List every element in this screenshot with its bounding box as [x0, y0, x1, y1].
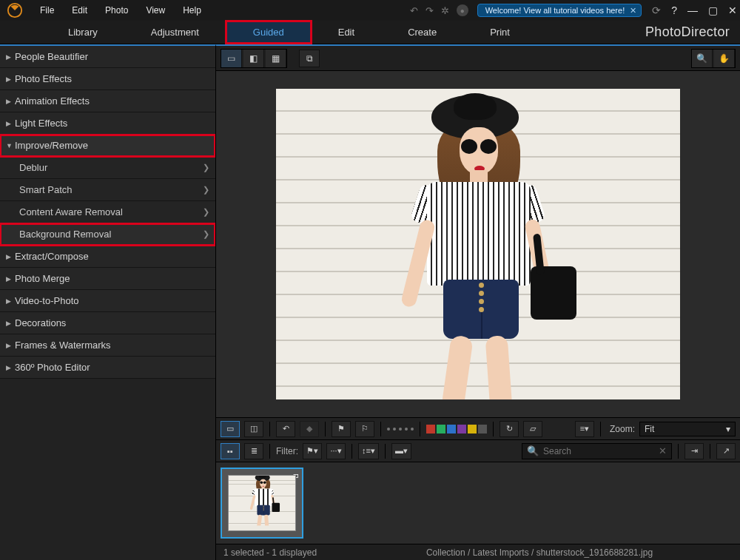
welcome-text: Welcome! View all tutorial videos here!	[485, 6, 625, 15]
sub-label: Smart Patch	[19, 184, 203, 195]
menu-view[interactable]: View	[138, 2, 172, 18]
thumb-view-icon[interactable]: ▪▪	[221, 443, 240, 459]
menu-edit[interactable]: Edit	[64, 2, 95, 18]
menu-photo[interactable]: Photo	[98, 2, 135, 18]
chevron-right-icon: ❯	[203, 229, 209, 239]
rotate-cw-icon[interactable]: ↻	[500, 421, 519, 437]
canvas-toolbar: ▭ ◧ ▦ ⧉ 🔍 ✋	[216, 46, 740, 71]
cat-label: Improve/Remove	[15, 140, 88, 151]
cat-photo-merge[interactable]: ▶Photo Merge	[0, 268, 215, 290]
unflag-icon[interactable]: ⚐	[355, 421, 374, 437]
filter-rating-icon[interactable]: ∙∙∙▾	[326, 443, 346, 459]
search-input[interactable]	[543, 446, 654, 456]
search-box[interactable]: 🔍 ✕	[522, 443, 672, 459]
sub-label: Content Aware Removal	[19, 206, 203, 217]
breadcrumb-path: Collection / Latest Imports / shuttersto…	[426, 547, 653, 558]
import-icon[interactable]: ⇥	[684, 443, 704, 459]
sub-smart-patch[interactable]: Smart Patch❯	[0, 179, 215, 201]
tab-create[interactable]: Create	[381, 21, 463, 44]
help-icon[interactable]: ?	[671, 4, 677, 16]
zoom-select[interactable]: Fit▾	[639, 422, 736, 436]
rating-dots[interactable]	[387, 428, 414, 431]
maximize-button[interactable]: ▢	[708, 4, 718, 16]
cat-label: Animation Effects	[15, 95, 90, 107]
notifications-icon[interactable]: ●	[457, 4, 468, 16]
sort-icon[interactable]: ↕≡▾	[358, 443, 379, 459]
clear-search-icon[interactable]: ✕	[659, 445, 667, 456]
filter-flags-icon[interactable]: ⚑▾	[303, 443, 322, 459]
main-pane: ▭ ◧ ▦ ⧉ 🔍 ✋	[216, 44, 740, 560]
histogram-icon[interactable]: ≡▾	[575, 421, 594, 437]
redo-icon[interactable]: ↷	[426, 5, 434, 16]
thumbnail-strip: 🏷	[216, 462, 740, 544]
rotate-ccw-icon[interactable]: ↶	[276, 421, 295, 437]
cat-animation-effects[interactable]: ▶Animation Effects	[0, 90, 215, 112]
tab-edit[interactable]: Edit	[312, 21, 381, 44]
app-logo	[3, 0, 27, 21]
tab-print[interactable]: Print	[463, 21, 536, 44]
chevron-right-icon: ❯	[203, 207, 209, 217]
crop-icon[interactable]: ◆	[300, 421, 319, 437]
cloud-icon[interactable]: ⟳	[652, 4, 661, 16]
photo-canvas[interactable]	[216, 71, 740, 417]
photo-preview	[276, 89, 680, 399]
cat-photo-effects[interactable]: ▶Photo Effects	[0, 68, 215, 90]
sub-label: Background Removal	[19, 229, 203, 240]
cat-light-effects[interactable]: ▶Light Effects	[0, 112, 215, 135]
menu-file[interactable]: File	[33, 2, 61, 18]
zoom-tool-icon[interactable]: 🔍	[692, 50, 713, 67]
cat-label: Video-to-Photo	[15, 295, 79, 306]
undo-icon[interactable]: ↶	[410, 5, 418, 16]
chevron-down-icon: ▾	[726, 424, 730, 434]
cat-extract-compose[interactable]: ▶Extract/Compose	[0, 246, 215, 268]
zoom-value: Fit	[645, 424, 654, 434]
thumbnail-item[interactable]: 🏷	[221, 468, 303, 539]
view-single-icon[interactable]: ▭	[221, 50, 242, 67]
close-icon[interactable]: ✕	[630, 6, 636, 16]
filmstrip-panel: ▭ ◫ ↶ ◆ ⚑ ⚐ ↻ ▱ ≡▾ Zoom: Fit▾	[216, 417, 740, 560]
chevron-right-icon: ❯	[203, 163, 209, 172]
view-secondary-icon[interactable]: ⧉	[299, 50, 320, 67]
settings-icon[interactable]: ✲	[441, 5, 449, 16]
sub-background-removal[interactable]: Background Removal❯	[0, 223, 215, 246]
view-compare-icon[interactable]: ◧	[243, 50, 264, 67]
cat-decorations[interactable]: ▶Decorations	[0, 312, 215, 334]
cat-label: Decorations	[15, 317, 66, 328]
compare-icon[interactable]: ▱	[523, 421, 542, 437]
layout-split-icon[interactable]: ◫	[244, 421, 263, 437]
tab-guided[interactable]: Guided	[226, 21, 312, 44]
stack-icon[interactable]: ▬▾	[391, 443, 411, 459]
zoom-label: Zoom:	[610, 424, 635, 434]
color-labels[interactable]	[426, 425, 487, 434]
cat-label: Photo Merge	[15, 273, 70, 284]
status-bar: 1 selected - 1 displayed Collection / La…	[216, 544, 740, 560]
menu-help[interactable]: Help	[175, 2, 209, 18]
workspace-tabs: Library Adjustment Guided Edit Create Pr…	[0, 21, 740, 44]
sub-deblur[interactable]: Deblur❯	[0, 157, 215, 179]
minimize-button[interactable]: —	[687, 4, 698, 16]
chevron-right-icon: ❯	[203, 185, 209, 195]
sub-content-aware-removal[interactable]: Content Aware Removal❯	[0, 201, 215, 223]
filmstrip-toolbar-2: ▪▪ ≣ Filter: ⚑▾ ∙∙∙▾ ↕≡▾ ▬▾ 🔍 ✕ ⇥	[216, 440, 740, 462]
welcome-banner[interactable]: Welcome! View all tutorial videos here! …	[477, 4, 642, 17]
cat-people-beautifier[interactable]: ▶People Beautifier	[0, 46, 215, 68]
guided-sidebar: ▶People Beautifier ▶Photo Effects ▶Anima…	[0, 44, 216, 560]
view-grid-icon[interactable]: ▦	[266, 50, 286, 67]
cat-video-to-photo[interactable]: ▶Video-to-Photo	[0, 290, 215, 312]
pan-tool-icon[interactable]: ✋	[714, 50, 735, 67]
brand-label: PhotoDirector	[645, 21, 740, 44]
export-icon[interactable]: ↗	[716, 443, 736, 459]
tab-library[interactable]: Library	[41, 21, 124, 44]
cat-frames-watermarks[interactable]: ▶Frames & Watermarks	[0, 334, 215, 357]
selection-status: 1 selected - 1 displayed	[223, 547, 317, 558]
flag-icon[interactable]: ⚑	[332, 421, 351, 437]
layout-single-icon[interactable]: ▭	[221, 421, 240, 437]
close-button[interactable]: ✕	[728, 4, 737, 16]
list-view-icon[interactable]: ≣	[244, 443, 263, 459]
cat-360-photo-editor[interactable]: ▶360º Photo Editor	[0, 357, 215, 379]
cat-improve-remove[interactable]: ▼Improve/Remove	[0, 135, 215, 157]
sub-label: Deblur	[19, 162, 203, 173]
cat-label: Extract/Compose	[15, 251, 89, 262]
filmstrip-toolbar-1: ▭ ◫ ↶ ◆ ⚑ ⚐ ↻ ▱ ≡▾ Zoom: Fit▾	[216, 418, 740, 440]
tab-adjustment[interactable]: Adjustment	[124, 21, 226, 44]
